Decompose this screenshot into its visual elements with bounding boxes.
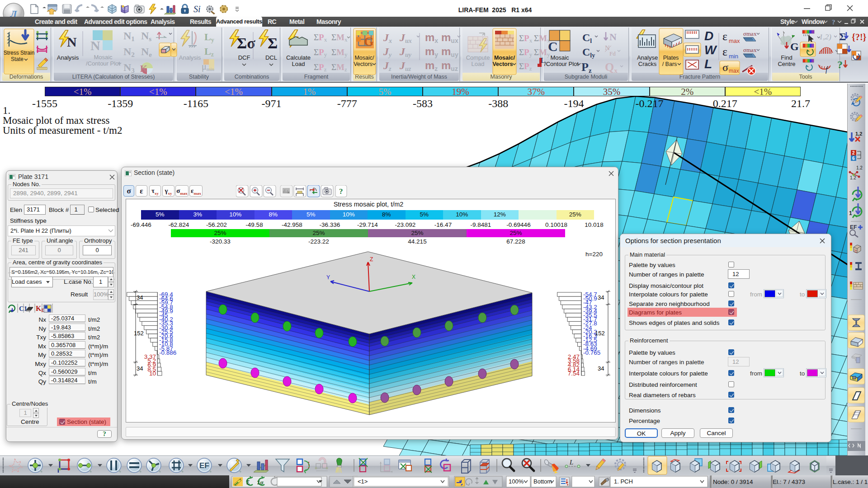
svg-text:1,2: 1,2 [855,131,862,136]
svg-text:1.2: 1.2 [850,175,856,180]
svg-text:34: 34 [598,365,604,372]
svg-text:D: D [704,29,713,43]
svg-text:mux: mux [441,31,458,44]
svg-text:N: N [609,31,617,42]
svg-text:Find: Find [781,54,792,61]
svg-text:Jy: Jy [383,46,392,58]
svg-text:Σσ: Σσ [257,480,264,485]
svg-text:Y: Y [326,274,330,281]
svg-text:Plates: Plates [663,55,679,61]
svg-text:L: L [569,459,573,466]
svg-text:1,2): 1,2) [819,33,831,41]
svg-text:L: L [704,57,712,71]
svg-text:min: min [729,53,738,60]
svg-text:Load: Load [472,61,485,67]
svg-text:Jz: Jz [383,60,392,72]
svg-text:max: max [729,68,739,74]
svg-text:C: C [548,39,558,54]
svg-text:ΣPy: ΣPy [519,47,533,58]
svg-text:-0.765: -0.765 [583,349,600,356]
svg-text:10: 10 [149,370,156,377]
svg-text:max: max [729,38,740,44]
svg-text:?: ? [339,187,343,196]
svg-text:ε: ε [722,30,727,43]
svg-text:34: 34 [137,294,143,301]
svg-text:152: 152 [595,330,605,337]
svg-text:X: X [412,274,415,280]
svg-text:ΣPz: ΣPz [519,61,532,72]
svg-text:ΣPx: ΣPx [519,33,533,44]
svg-text:Centre: Centre [778,61,795,67]
svg-text:Jx: Jx [383,32,392,44]
svg-text:f: f [826,66,829,74]
svg-text:my: my [425,45,438,58]
svg-text:ε: ε [722,45,727,58]
svg-text:7.54: 7.54 [568,370,580,377]
svg-text:muz: muz [441,59,458,72]
svg-text:KD: KD [36,305,45,313]
svg-text:Analyse: Analyse [637,54,658,61]
svg-text:Compute: Compute [466,54,490,61]
svg-text:Cl: Cl [582,32,592,44]
svg-text:/ Bars: / Bars [662,61,677,67]
svg-text:34: 34 [137,365,143,372]
svg-text:muy: muy [441,45,458,58]
svg-text:Qx: Qx [605,61,618,74]
svg-text:EF: EF [850,224,857,230]
svg-text:<1>: <1> [358,478,368,485]
svg-text:2: 2 [852,150,855,155]
svg-text:σmax: σmax [743,47,757,53]
svg-text:-0.886: -0.886 [159,349,176,356]
svg-text:EF: EF [199,461,209,470]
svg-text:Fd: Fd [609,50,616,57]
svg-text:Jux: Jux [399,32,412,44]
svg-text:Cracks: Cracks [638,61,657,67]
svg-text:?: ? [832,19,835,26]
svg-text:100%: 100% [509,478,524,485]
svg-text:Si: Si [193,4,201,14]
svg-text:{?!}: {?!} [852,32,867,42]
svg-text:W: W [704,43,717,57]
svg-text:σmax: σmax [743,30,757,37]
svg-text:Mosaic/: Mosaic/ [494,55,515,61]
svg-text:Pz: Pz [581,61,592,74]
svg-text:Juz: Juz [399,60,411,72]
svg-text:Σ: Σ [246,479,250,486]
svg-text:Vectors: Vectors [492,61,513,67]
svg-text:1.2: 1.2 [856,165,863,170]
svg-text:Mosaic: Mosaic [550,54,569,61]
svg-text:σ: σ [722,61,728,73]
svg-text:Cly: Cly [582,46,595,59]
svg-text:1: 1 [849,210,852,216]
svg-text:G: G [790,41,799,52]
svg-text:1. PCH: 1. PCH [614,478,633,485]
svg-text:Bottom: Bottom [533,478,552,485]
svg-text:Z: Z [370,256,373,263]
svg-text:C1: C1 [19,305,27,312]
svg-text:/Contour Plot: /Contour Plot [544,61,579,67]
svg-text:mz: mz [425,59,438,72]
svg-text:?: ? [837,59,843,70]
svg-text:6: 6 [852,156,855,161]
svg-text:34: 34 [598,294,604,301]
svg-text:152: 152 [134,330,144,337]
svg-text:Juy: Juy [399,46,412,58]
svg-text:mx: mx [425,31,438,44]
